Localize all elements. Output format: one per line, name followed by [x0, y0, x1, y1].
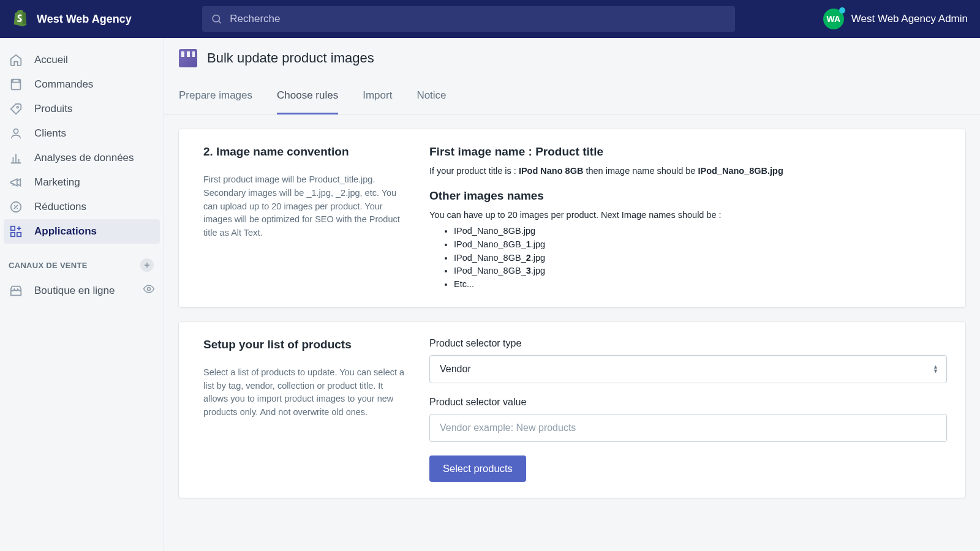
section-title: Setup your list of products [203, 338, 405, 351]
svg-point-3 [17, 107, 18, 108]
svg-point-4 [13, 129, 18, 133]
other-images-help: You can have up to 20 images per product… [429, 210, 947, 220]
nav-label: Boutique en ligne [34, 285, 115, 297]
search-icon [211, 13, 222, 25]
nav-apps[interactable]: Applications [4, 219, 160, 244]
selector-type-label: Product selector type [429, 338, 947, 349]
product-selector-card: Setup your list of products Select a lis… [179, 322, 965, 498]
list-item: IPod_Nano_8GB_1.jpg [454, 238, 947, 252]
add-channel-button[interactable] [140, 258, 154, 272]
top-bar: West Web Agency WA West Web Agency Admin [0, 0, 980, 38]
nav-label: Produits [34, 103, 72, 115]
selector-value-label: Product selector value [429, 397, 947, 408]
list-item: Etc... [454, 278, 947, 291]
svg-point-9 [148, 288, 151, 291]
sidebar: Accueil Commandes Produits Clients Analy… [0, 38, 164, 551]
orders-icon [9, 77, 23, 92]
nav-label: Applications [34, 225, 97, 238]
search-box[interactable] [202, 6, 735, 32]
discount-icon [9, 200, 23, 214]
nav-label: Réductions [34, 201, 86, 213]
svg-point-0 [213, 15, 219, 22]
nav-analytics[interactable]: Analyses de données [0, 146, 164, 170]
image-convention-card: 2. Image name convention First product i… [179, 129, 965, 307]
svg-rect-7 [17, 233, 21, 236]
nav-discounts[interactable]: Réductions [0, 195, 164, 219]
first-image-heading: First image name : Product title [429, 145, 947, 159]
nav-label: Clients [34, 127, 66, 140]
avatar: WA [823, 9, 844, 29]
home-icon [9, 53, 23, 67]
eye-icon[interactable] [143, 283, 155, 298]
main-content: Bulk update product images Prepare image… [164, 38, 980, 551]
list-item: IPod_Nano_8GB_2.jpg [454, 252, 947, 265]
svg-rect-8 [11, 233, 15, 236]
tab-bar: Prepare images Choose rules Import Notic… [164, 80, 980, 114]
app-title: Bulk update product images [207, 50, 374, 66]
svg-rect-6 [11, 227, 15, 230]
sales-channels-heading: CANAUX DE VENTE [9, 261, 88, 270]
section-title: 2. Image name convention [203, 145, 405, 159]
nav-marketing[interactable]: Marketing [0, 170, 164, 195]
tab-notice[interactable]: Notice [417, 80, 446, 114]
nav-customers[interactable]: Clients [0, 121, 164, 146]
first-image-subtext: If your product title is : IPod Nano 8GB… [429, 166, 947, 176]
nav-orders[interactable]: Commandes [0, 72, 164, 97]
nav-products[interactable]: Produits [0, 97, 164, 121]
list-item: IPod_Nano_8GB_3.jpg [454, 264, 947, 278]
nav-online-store[interactable]: Boutique en ligne [0, 278, 164, 303]
nav-label: Marketing [34, 176, 80, 189]
section-description: First product image will be Product_titl… [203, 173, 405, 240]
tab-prepare-images[interactable]: Prepare images [179, 80, 252, 114]
selector-value-input[interactable] [429, 414, 947, 442]
person-icon [9, 126, 23, 141]
section-description: Select a list of products to update. You… [203, 366, 405, 419]
megaphone-icon [9, 175, 23, 190]
selector-type-select[interactable]: Vendor [429, 355, 947, 383]
list-item: IPod_Nano_8GB.jpg [454, 225, 947, 238]
app-icon [179, 49, 197, 67]
tag-icon [9, 102, 23, 116]
shopify-logo-icon [12, 9, 28, 29]
apps-icon [9, 224, 23, 239]
tab-import[interactable]: Import [363, 80, 392, 114]
other-images-heading: Other images names [429, 189, 947, 203]
user-menu[interactable]: WA West Web Agency Admin [823, 9, 968, 29]
store-icon [9, 283, 23, 298]
nav-label: Accueil [34, 54, 68, 66]
nav-label: Analyses de données [34, 152, 134, 164]
select-products-button[interactable]: Select products [429, 455, 526, 482]
store-name: West Web Agency [37, 13, 132, 26]
image-name-list: IPod_Nano_8GB.jpgIPod_Nano_8GB_1.jpgIPod… [454, 225, 947, 291]
analytics-icon [9, 151, 23, 165]
nav-label: Commandes [34, 78, 93, 91]
svg-line-1 [219, 21, 221, 24]
search-input[interactable] [230, 13, 726, 25]
nav-home[interactable]: Accueil [0, 48, 164, 72]
user-name: West Web Agency Admin [851, 13, 968, 25]
tab-choose-rules[interactable]: Choose rules [277, 80, 338, 114]
